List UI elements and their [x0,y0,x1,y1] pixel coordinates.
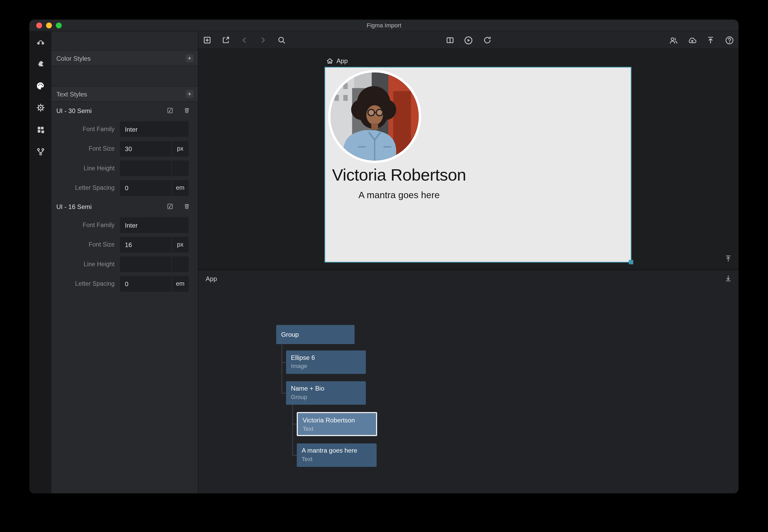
tree-node-title: Group [281,331,299,338]
artboard-mantra-text[interactable]: A mantra goes here [332,190,466,201]
prop-label: Line Height [52,165,120,172]
collapse-panel-up-icon[interactable] [723,254,733,263]
add-text-style-button[interactable] [186,90,193,98]
add-color-style-button[interactable] [186,54,193,62]
tree-connector [292,455,297,456]
resize-handle[interactable] [629,260,633,264]
window-title: Figma Import [29,22,739,29]
prop-value: 0 [120,280,171,288]
main-toolbar [198,31,739,49]
minimize-button[interactable] [46,23,52,28]
layout-columns-button[interactable] [444,34,456,46]
prop-label: Font Size [52,145,120,152]
zoom-button[interactable] [56,23,62,28]
artboard-frame[interactable]: Victoria Robertson A mantra goes here [325,68,631,262]
home-icon [326,57,333,65]
prop-label: Font Family [52,222,120,228]
vector-network-icon[interactable] [34,36,46,48]
add-frame-button[interactable] [201,34,213,46]
prop-value [120,264,171,265]
upload-button[interactable] [705,34,716,46]
edit-style-icon[interactable] [166,203,174,211]
tree-node-title: Ellipse 6 [291,354,361,361]
tree-node-mantra[interactable]: A mantra goes here Text [297,443,376,467]
prop-value: 0 [120,184,171,192]
expand-panel-down-icon[interactable] [723,274,733,283]
tool-rail [29,31,52,493]
tree-connector [292,405,293,455]
prop-value [120,168,171,169]
prop-label: Font Size [52,241,120,248]
tree-node-subtitle: Group [291,393,361,400]
prop-label: Letter Spacing [52,280,120,287]
tree-node-subtitle: Text [302,456,371,463]
text-styles-header: Text Styles [52,86,198,102]
prop-value: 30 [120,145,171,152]
prop-value: Inter [120,126,188,133]
back-button[interactable] [238,34,250,46]
edit-style-icon[interactable] [166,107,174,115]
prop-label: Letter Spacing [52,185,120,191]
prop-label: Font Family [52,126,120,133]
prop-unit: px [172,145,188,152]
font-size-input[interactable]: 16 px [120,237,188,253]
tree-connector [282,344,282,393]
layer-tree-title: App [206,275,217,282]
color-styles-empty-list [52,66,198,86]
text-style-row[interactable]: UI - 30 Semi [52,102,198,119]
prop-unit: em [172,280,188,287]
letter-spacing-input[interactable]: 0 em [120,276,188,292]
text-style-row[interactable]: UI - 16 Semi [52,198,198,215]
preview-play-button[interactable] [463,34,475,46]
text-style-name: UI - 16 Semi [56,203,166,210]
delete-style-icon[interactable] [183,203,191,211]
search-button[interactable] [276,34,287,46]
components-icon[interactable] [34,124,46,136]
forward-button[interactable] [257,34,269,46]
tree-node-name-bio[interactable]: Name + Bio Group [286,381,366,405]
tree-node-victoria-robertson[interactable]: Victoria Robertson Text [297,412,377,436]
cloud-sync-button[interactable] [686,34,698,46]
tree-node-title: A mantra goes here [302,447,371,454]
artboard-name-text[interactable]: Victoria Robertson [332,165,466,185]
titlebar: Figma Import [29,19,739,31]
color-styles-header: Color Styles [52,50,198,66]
plugins-puzzle-icon[interactable] [34,58,46,70]
collaborators-button[interactable] [668,34,679,46]
design-canvas[interactable]: App [198,49,739,269]
breadcrumb[interactable]: App [326,57,348,65]
settings-gear-icon[interactable] [34,102,46,114]
help-button[interactable] [723,34,735,46]
text-style-name: UI - 30 Semi [56,107,166,114]
import-page-button[interactable] [220,34,232,46]
font-size-input[interactable]: 30 px [120,141,188,157]
color-styles-title: Color Styles [56,55,186,62]
font-family-input[interactable]: Inter [120,121,188,137]
avatar-image[interactable] [328,70,421,163]
line-height-input[interactable] [120,161,188,176]
tree-connector [282,393,286,393]
tree-node-subtitle: Text [303,425,371,432]
styles-panel: Color Styles Text Styles UI - 30 Semi [52,31,198,493]
line-height-input[interactable] [120,257,188,272]
desktop: Figma Import [0,0,768,532]
version-branch-icon[interactable] [34,146,46,158]
prop-value: 16 [120,241,171,248]
tree-node-ellipse6[interactable]: Ellipse 6 Image [286,350,366,374]
text-styles-title: Text Styles [56,90,186,98]
prop-label: Line Height [52,261,120,268]
tree-connector [282,362,286,363]
tree-node-subtitle: Image [291,363,361,370]
breadcrumb-label: App [336,57,348,65]
tree-node-group[interactable]: Group [276,325,354,344]
refresh-button[interactable] [481,34,493,46]
styles-palette-icon[interactable] [34,80,46,92]
delete-style-icon[interactable] [183,107,191,115]
prop-value: Inter [120,222,188,229]
app-window: Figma Import [29,19,739,493]
tree-node-title: Name + Bio [291,385,361,392]
close-button[interactable] [36,23,42,28]
font-family-input[interactable]: Inter [120,217,188,233]
avatar-photo-illustration [330,73,419,161]
letter-spacing-input[interactable]: 0 em [120,180,188,196]
